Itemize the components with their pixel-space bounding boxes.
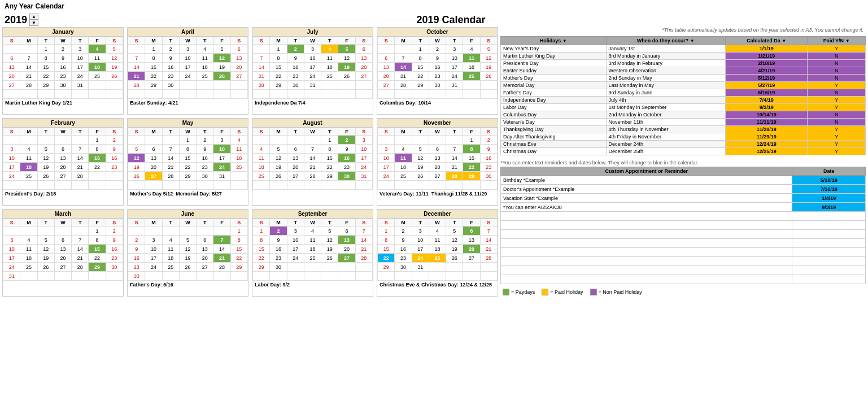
cal-day: 10 <box>287 236 304 245</box>
cal-day: 6 <box>338 227 355 236</box>
cal-day <box>128 227 145 236</box>
day-header-F-6: F <box>338 128 355 136</box>
reminder-title-header: Custom Appointment or Reminder <box>501 167 792 176</box>
filter-icon3[interactable]: ▼ <box>782 38 786 43</box>
cal-day: 7 <box>213 236 230 245</box>
cal-day: 11 <box>253 154 270 163</box>
reminder-text[interactable] <box>501 239 792 248</box>
reminder-date[interactable]: 1/4/19 <box>792 194 866 203</box>
day-header-M-10: M <box>270 219 287 227</box>
day-header-T-3: T <box>446 37 463 45</box>
reminder-date[interactable] <box>792 221 866 230</box>
holiday-when: December 25th <box>606 148 725 155</box>
cal-day: 15 <box>37 63 54 72</box>
day-header-M-9: M <box>145 219 162 227</box>
cal-day: 3 <box>355 136 372 145</box>
cal-day <box>446 272 463 281</box>
filter-icon[interactable]: ▼ <box>562 38 567 43</box>
cal-day <box>480 272 497 281</box>
filter-icon4[interactable]: ▼ <box>845 38 850 43</box>
calc-col-header[interactable]: Calculated Da ▼ <box>726 37 808 45</box>
reminder-text[interactable] <box>501 212 792 221</box>
day-header-T-10: T <box>287 219 304 227</box>
reminder-date[interactable] <box>792 212 866 221</box>
cal-day: 8 <box>37 54 54 63</box>
holiday-when: 3rd Monday in February <box>606 60 725 67</box>
cal-day: 23 <box>338 163 355 172</box>
day-header-T-1: T <box>197 37 213 45</box>
reminder-date[interactable]: 9/3/19 <box>792 203 866 212</box>
cal-day: 25 <box>230 163 247 172</box>
paid-col-header[interactable]: Paid Y/N ▼ <box>808 37 866 45</box>
cal-day <box>338 90 355 99</box>
year-up-button[interactable]: ▲ <box>30 14 38 20</box>
cal-day: 5 <box>446 227 463 236</box>
reminder-text[interactable] <box>501 221 792 230</box>
day-header-S-6: S <box>253 128 270 136</box>
cal-day: 6 <box>197 236 213 245</box>
cal-day <box>378 272 395 281</box>
cal-day: 15 <box>230 245 247 254</box>
cal-day <box>446 90 463 99</box>
cal-day: 20 <box>197 254 213 263</box>
holidays-col-header[interactable]: Holidays ▼ <box>501 37 607 45</box>
reminder-text[interactable]: Vacation Start *Example <box>501 194 792 203</box>
reminder-date[interactable] <box>792 239 866 248</box>
cal-day: 30 <box>287 81 304 90</box>
reminder-text[interactable] <box>501 266 792 275</box>
cal-day: 22 <box>89 163 106 172</box>
reminder-date[interactable] <box>792 266 866 275</box>
month-header-january: January <box>3 28 123 37</box>
reminder-text[interactable] <box>501 230 792 239</box>
holiday-paid: Y <box>808 126 866 133</box>
when-col-header[interactable]: When do they occur? ▼ <box>606 37 725 45</box>
cal-day: 7 <box>446 145 463 154</box>
reminder-text[interactable]: Doctor's Appointment *Example <box>501 185 792 194</box>
year-down-button[interactable]: ▼ <box>30 20 38 25</box>
reminder-date[interactable] <box>792 257 866 266</box>
cal-day: 19 <box>338 63 355 72</box>
reminder-date[interactable] <box>792 230 866 239</box>
holiday-paid: N <box>808 89 866 97</box>
filter-icon2[interactable]: ▼ <box>690 38 695 43</box>
day-header-S-7: S <box>378 128 395 136</box>
cal-day <box>72 227 89 236</box>
reminder-text[interactable] <box>501 257 792 266</box>
cal-day: 20 <box>429 163 446 172</box>
cal-day: 15 <box>179 154 196 163</box>
cal-day: 20 <box>145 163 162 172</box>
cal-day <box>395 90 412 99</box>
cal-day: 22 <box>378 254 395 263</box>
cal-day <box>179 227 196 236</box>
cal-day <box>304 263 321 272</box>
cal-day: 24 <box>304 72 321 81</box>
reminder-date[interactable] <box>792 248 866 257</box>
cal-day: 22 <box>253 254 270 263</box>
holiday-name: Day After Thanksgiving <box>501 133 607 141</box>
cal-day: 5 <box>128 145 145 154</box>
reminder-text[interactable] <box>501 248 792 257</box>
holiday-name: Father's Day <box>501 89 607 97</box>
year-spinner[interactable]: ▲ ▼ <box>29 14 38 26</box>
reminder-text[interactable]: *You can enter AI25:AK38 <box>501 203 792 212</box>
reminder-text[interactable] <box>501 275 792 284</box>
month-august: AugustSMTWTFS123456789101112131415161718… <box>252 118 373 206</box>
month-september: SeptemberSMTWTFS123456789101112131415161… <box>252 209 373 297</box>
day-header-M-11: M <box>395 219 412 227</box>
holiday-name: Christmas Eve <box>501 141 607 148</box>
cal-day: 30 <box>106 263 123 272</box>
reminder-date[interactable]: 5/18/19 <box>792 176 866 185</box>
cal-day: 8 <box>230 236 247 245</box>
cal-day: 1 <box>179 136 196 145</box>
reminder-text[interactable]: Birthday *Example <box>501 176 792 185</box>
reminder-date[interactable] <box>792 275 866 284</box>
day-header-F-3: F <box>463 37 480 45</box>
cal-day: 31 <box>446 81 463 90</box>
cal-day <box>253 272 270 281</box>
cal-day: 10 <box>304 54 321 63</box>
holiday-when: 2nd Sunday in May <box>606 75 725 82</box>
cal-day: 21 <box>395 72 412 81</box>
cal-day: 15 <box>321 154 338 163</box>
reminder-date[interactable]: 7/16/19 <box>792 185 866 194</box>
cal-day <box>213 227 230 236</box>
